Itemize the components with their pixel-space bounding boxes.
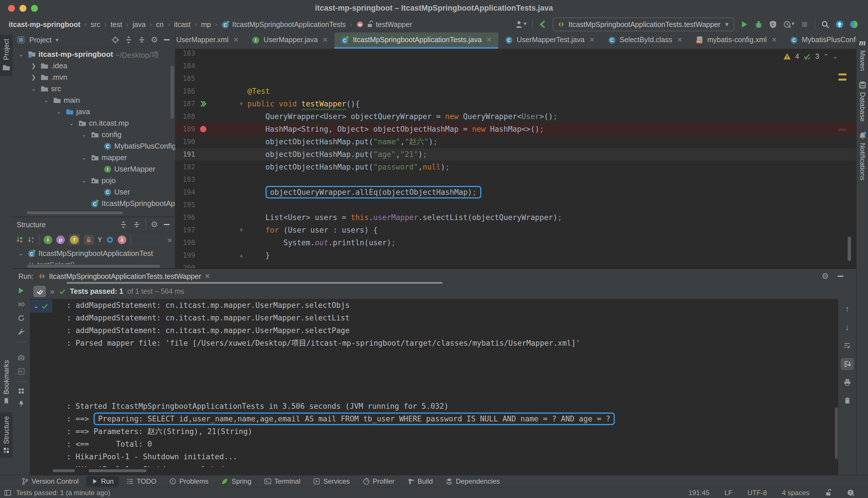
editor-tab[interactable]: CUserMapperTest.java ✕ <box>498 32 601 49</box>
tree-item-MybatisPlusConfig[interactable]: CMybatisPlusConfig <box>13 140 175 152</box>
chevron-down-icon[interactable]: ⌄ <box>80 131 88 138</box>
tool-window-button-dependencies[interactable]: Dependencies <box>440 476 505 486</box>
coverage-button[interactable]: C <box>769 20 777 29</box>
c_lock_on-icon[interactable] <box>84 235 93 245</box>
code-editor[interactable]: 183 184 185 186 @Test 187 ▾ public void … <box>175 49 856 268</box>
code-line-187[interactable]: 187 ▾ public void testWapper(){ <box>175 97 856 110</box>
tool-window-switcher-icon[interactable] <box>4 489 12 497</box>
code-line-185[interactable]: 185 <box>175 72 856 85</box>
code-with-me-icon[interactable] <box>850 20 858 29</box>
structure-item[interactable]: testSelect() <box>13 259 175 264</box>
build-project-button[interactable] <box>539 20 547 29</box>
expand-all-icon[interactable] <box>119 220 128 229</box>
chevron-down-icon[interactable]: ⌄ <box>17 51 25 58</box>
console-vscrollbar[interactable] <box>835 407 838 459</box>
chevron-down-icon[interactable]: ⌄ <box>80 177 88 184</box>
importres-icon[interactable] <box>17 367 25 376</box>
project-panel-title[interactable]: Project <box>29 36 52 44</box>
breadcrumb-item[interactable]: java <box>133 21 146 29</box>
breadcrumb-item[interactable]: itcast-mp-springboot <box>9 21 80 29</box>
structure-item[interactable]: ⌄C ItcastMpSpringbootApplicationTest <box>13 248 175 259</box>
camera-icon[interactable] <box>17 354 25 362</box>
code-line-184[interactable]: 184 <box>175 60 856 72</box>
search-everywhere-button[interactable] <box>821 20 830 29</box>
run-tab[interactable]: ItcastMpSpringbootApplicationTests.testW… <box>38 272 210 280</box>
project-vscrollbar[interactable] <box>170 66 174 119</box>
trash-icon[interactable] <box>841 395 854 407</box>
wrench-icon[interactable] <box>17 328 25 336</box>
tool-window-button-services[interactable]: Services <box>308 476 355 486</box>
tool-window-button-todo[interactable]: TODO <box>121 476 161 486</box>
inspections-widget[interactable]: 4 3 ⌃ ⌄ <box>783 52 838 61</box>
code-line-199[interactable]: 199 ▴ } <box>175 249 856 262</box>
close-icon[interactable]: ✕ <box>233 36 239 44</box>
tool-button-database[interactable]: Database <box>858 81 867 122</box>
tool-window-button-profiler[interactable]: Profiler <box>357 476 400 486</box>
rerun-icon[interactable] <box>17 287 25 294</box>
debug-button[interactable] <box>754 20 763 29</box>
printer-icon[interactable] <box>841 376 854 389</box>
breadcrumb-item[interactable]: mp <box>201 21 211 29</box>
breadcrumb-item[interactable]: test <box>111 21 122 29</box>
fold-marker[interactable]: ▴ <box>211 252 247 259</box>
tree-item-User[interactable]: CUser <box>13 186 175 198</box>
chevron-down-icon[interactable]: ⌄ <box>42 97 51 104</box>
tool-button-maven[interactable]: mMaven <box>858 38 867 71</box>
tree-item-pojo[interactable]: ⌄ pojo <box>13 175 175 186</box>
collapse-all-icon[interactable] <box>132 220 141 229</box>
tree-item-src[interactable]: ⌄ src <box>13 83 175 94</box>
tree-item-.mvn[interactable]: ❯ .mvn <box>13 71 175 83</box>
tool-window-button-run[interactable]: Run <box>86 476 119 486</box>
pin-icon[interactable] <box>17 400 25 408</box>
code-line-196[interactable]: 196 List<User> users = this.userMapper.s… <box>175 211 856 224</box>
editor-tab[interactable]: CSelectById.class ✕ <box>601 32 689 49</box>
status-widget[interactable]: LF <box>725 489 733 497</box>
code-line-191[interactable]: 191 objectObjectHashMap.put("age","21"); <box>175 148 856 161</box>
editor-tab[interactable]: CItcastMpSpringbootApplicationTests.java… <box>334 32 498 49</box>
rerun9-icon[interactable]: 9 <box>17 300 25 309</box>
next-problem-icon[interactable]: ⌄ <box>833 53 838 60</box>
tool-window-button-terminal[interactable]: Terminal <box>259 476 306 486</box>
breakpoint-stripe-mark[interactable] <box>839 129 846 131</box>
code-line-189[interactable]: 189 HashMap<String, Object> objectObject… <box>175 123 856 135</box>
status-widget[interactable]: UTF-8 <box>748 489 767 497</box>
tree-item-mapper[interactable]: ⌄ mapper <box>13 152 175 163</box>
close-icon[interactable]: ✕ <box>771 36 777 44</box>
tool-window-button-spring[interactable]: Spring <box>216 476 256 486</box>
tree-item-ItcastMpSpringbootAp[interactable]: CItcastMpSpringbootAp <box>13 198 175 209</box>
tool-window-button-version-control[interactable]: Version Control <box>16 476 84 486</box>
chevron-right-icon[interactable]: ❯ <box>29 74 38 81</box>
breadcrumb-item[interactable]: cn <box>156 21 164 29</box>
chevron-down-icon[interactable]: ▾ <box>56 37 59 43</box>
hide-icon[interactable] <box>163 36 171 44</box>
chevron-down-icon[interactable]: ⌄ <box>67 120 76 127</box>
code-line-198[interactable]: 198 System.out.println(user); <box>175 236 856 249</box>
tree-item-.idea[interactable]: ❯ .idea <box>13 60 175 71</box>
tool-button-project[interactable]: Project <box>0 35 13 76</box>
breadcrumb-item[interactable]: mtestWapper <box>356 21 412 29</box>
code-line-195[interactable]: 195 <box>175 198 856 211</box>
code-line-193[interactable]: 193 <box>175 173 856 186</box>
tool-window-button-build[interactable]: Build <box>402 476 438 486</box>
close-icon[interactable]: ✕ <box>322 36 328 44</box>
chevron-down-icon[interactable]: ⌄ <box>54 108 63 115</box>
c_blue_o-icon[interactable] <box>106 236 114 244</box>
fold-marker[interactable]: ▾ <box>211 100 247 108</box>
code-line-183[interactable]: 183 <box>175 49 856 60</box>
gradlesync-icon[interactable]: ?⚙ <box>847 489 855 497</box>
breakpoint-icon[interactable] <box>200 126 206 132</box>
c_green_I-icon[interactable]: I <box>44 236 52 244</box>
warning-stripe-mark[interactable] <box>839 74 846 76</box>
editor-tab[interactable]: IUserMapper.java ✕ <box>245 32 334 49</box>
close-icon[interactable]: ✕ <box>589 36 595 44</box>
softwrap-icon[interactable] <box>841 340 854 352</box>
down-icon[interactable]: ↓ <box>841 321 854 333</box>
code-line-192[interactable]: 192 objectObjectHashMap.put("password",n… <box>175 161 856 173</box>
tree-item-config[interactable]: ⌄ config <box>13 129 175 140</box>
c_yellow_f_on-icon[interactable]: f <box>69 234 80 245</box>
status-widget[interactable]: 4 spaces <box>782 489 809 497</box>
c_purple_p-icon[interactable]: p <box>56 236 65 244</box>
structure-hscrollbar[interactable] <box>27 265 160 268</box>
sortvis-icon[interactable] <box>16 236 24 244</box>
tree-item-cn.itcast.mp[interactable]: ⌄ cn.itcast.mp <box>13 117 175 129</box>
